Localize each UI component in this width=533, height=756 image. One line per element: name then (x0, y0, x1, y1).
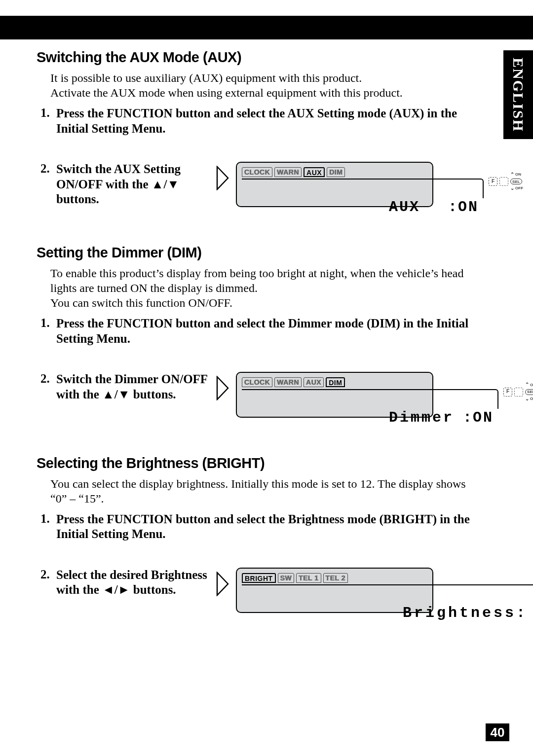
lcd-tab-bright: BRIGHT (242, 573, 276, 583)
language-tab: ENGLISH (503, 50, 533, 139)
step-text: Switch the AUX Setting ON/OFF with the ▲… (56, 162, 209, 207)
lcd-main-text: Dimmer:ON (242, 389, 498, 409)
lcd-tab-tel1: TEL 1 (296, 573, 321, 583)
triangle-up-icon: ▲ (102, 388, 114, 401)
lcd-tab-clock: CLOCK (242, 167, 272, 177)
f-indicator-icon: F (489, 177, 497, 186)
step-number: 1. (37, 316, 56, 346)
section-heading-aux: Switching the AUX Mode (AUX) (37, 49, 471, 66)
lcd-tab-warn: WARN (274, 377, 302, 387)
lcd-tab-aux: AUX (304, 167, 325, 177)
lcd-tab-warn: WARN (274, 167, 302, 177)
section-heading-bright: Selecting the Brightness (BRIGHT) (37, 455, 471, 471)
lcd-main-text: AUX:ON (242, 179, 484, 198)
up-indicator-icon: ⌃ (525, 382, 529, 388)
page-content: Switching the AUX Mode (AUX) It is possi… (37, 49, 471, 616)
lcd-display-dim: CLOCK WARN AUX DIM Dimmer:ON F (236, 372, 433, 417)
bright-step-1: 1. Press the FUNCTION button and select … (37, 512, 471, 542)
lcd-display-bright: BRIGHT SW TEL 1 TEL 2 Brightness: 8 F (236, 568, 433, 613)
section-intro-dim: To enable this product’s display from be… (50, 266, 471, 310)
step-text: Press the FUNCTION button and select the… (56, 316, 471, 346)
step-number: 1. (37, 106, 56, 136)
triangle-down-icon: ▼ (167, 178, 180, 191)
triangle-right-icon: ► (118, 583, 130, 596)
pointer-right-icon (216, 572, 229, 600)
lcd-main-text: Brightness: 8 (242, 584, 533, 604)
f-indicator-icon: F (503, 388, 512, 396)
triangle-up-icon: ▲ (152, 178, 164, 191)
section-intro-bright: You can select the display brightness. I… (50, 476, 471, 506)
lcd-indicators: F ⌃ON SEL ⌄OFF (503, 389, 533, 408)
step-number: 2. (37, 372, 56, 417)
lcd-tabs: CLOCK WARN AUX DIM (242, 167, 427, 178)
triangle-down-icon: ▼ (118, 388, 130, 401)
lcd-tab-tel2: TEL 2 (323, 573, 348, 583)
step-text: Press the FUNCTION button and select the… (56, 512, 471, 542)
dim-step-2: 2. Switch the Dimmer ON/OFF with the ▲/▼… (37, 372, 471, 417)
pointer-right-icon (216, 376, 229, 404)
lcd-tab-aux: AUX (304, 377, 324, 387)
lcd-tabs: CLOCK WARN AUX DIM (242, 377, 427, 388)
section-heading-dim: Setting the Dimmer (DIM) (37, 245, 471, 261)
up-indicator-icon: ⌃ (510, 172, 514, 178)
lcd-tab-clock: CLOCK (242, 377, 272, 387)
header-black-bar (0, 16, 533, 39)
lcd-tabs: BRIGHT SW TEL 1 TEL 2 (242, 573, 427, 583)
down-indicator-icon: ⌄ (525, 396, 529, 402)
triangle-left-icon: ◄ (102, 583, 114, 596)
step-number: 1. (37, 512, 56, 542)
dashed-box-icon (514, 388, 523, 396)
dim-step-1: 1. Press the FUNCTION button and select … (37, 316, 471, 346)
step-number: 2. (37, 568, 56, 613)
lcd-tab-dim: DIM (326, 377, 345, 387)
down-indicator-icon: ⌄ (510, 185, 514, 191)
step-text: Switch the Dimmer ON/OFF with the ▲/▼ bu… (56, 372, 209, 402)
step-text: Press the FUNCTION button and select the… (56, 106, 471, 136)
lcd-display-aux: CLOCK WARN AUX DIM AUX:ON F (236, 162, 433, 207)
bright-step-2: 2. Select the desired Brightness with th… (37, 568, 471, 613)
sel-indicator-icon: SEL (525, 389, 533, 395)
sel-indicator-icon: SEL (510, 179, 522, 184)
pointer-right-icon (216, 166, 229, 194)
dashed-box-icon (499, 177, 508, 186)
page-number: 40 (486, 723, 509, 741)
aux-step-1: 1. Press the FUNCTION button and select … (37, 106, 471, 136)
lcd-tab-sw: SW (278, 573, 295, 583)
lcd-indicators: F ⌃ON SEL ⌄OFF (489, 179, 523, 198)
section-intro-aux: It is possible to use auxiliary (AUX) eq… (50, 71, 471, 100)
aux-step-2: 2. Switch the AUX Setting ON/OFF with th… (37, 162, 471, 207)
lcd-tab-dim: DIM (327, 167, 345, 177)
step-number: 2. (37, 162, 56, 207)
step-text: Select the desired Brightness with the ◄… (56, 568, 209, 598)
